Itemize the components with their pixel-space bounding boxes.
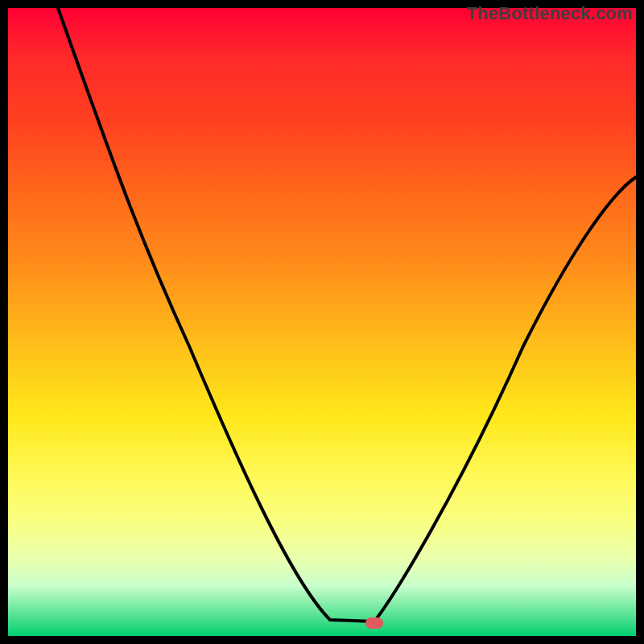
chart-frame: TheBottleneck.com (0, 0, 644, 644)
optimal-point-marker (365, 617, 383, 629)
bottleneck-curve-path (58, 8, 636, 621)
bottleneck-curve (8, 8, 636, 636)
watermark-text: TheBottleneck.com (467, 3, 633, 24)
bottleneck-gradient-plot (8, 8, 636, 636)
